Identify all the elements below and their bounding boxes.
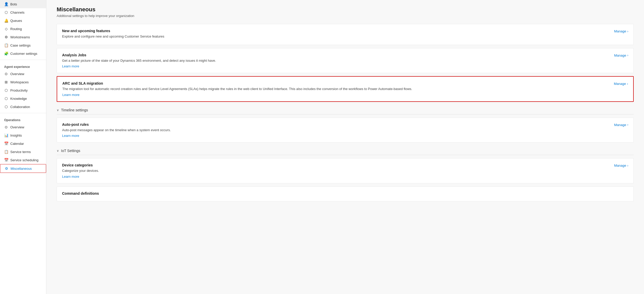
card-title-new-features: New and upcoming features [62, 29, 609, 33]
sidebar-item-customer-settings[interactable]: 🧩 Customer settings [0, 49, 46, 58]
manage-label-arc-sla: Manage [614, 82, 626, 86]
sidebar-item-calendar[interactable]: 📅 Calendar [0, 139, 46, 148]
card-desc-arc-sla: The migration tool for automatic record … [62, 86, 609, 92]
sidebar-item-bots[interactable]: 👤 Bots [0, 0, 46, 8]
section-divider-iot-settings [57, 155, 634, 155]
card-analysis-jobs: Analysis Jobs Get a better picture of th… [57, 48, 634, 73]
card-desc-analysis-jobs: Get a better picture of the state of you… [62, 58, 609, 63]
sidebar-divider-1 [0, 60, 46, 60]
sidebar-label-bots: Bots [10, 2, 17, 6]
sidebar-label-miscellaneous: Miscellaneous [11, 167, 32, 171]
card-link-device-categories[interactable]: Learn more [62, 175, 79, 179]
sidebar-icon-miscellaneous: ⚙ [4, 166, 9, 171]
sidebar-item-miscellaneous[interactable]: ⚙ Miscellaneous [0, 164, 46, 173]
section-header-iot-settings[interactable]: ∨ IoT Settings [57, 146, 634, 155]
sidebar-label-queues: Queues [10, 19, 22, 23]
sidebar-label-calendar: Calendar [10, 142, 24, 146]
card-desc-device-categories: Categorize your devices. [62, 168, 609, 173]
card-link-analysis-jobs[interactable]: Learn more [62, 64, 79, 68]
sidebar-item-queues[interactable]: 🔔 Queues [0, 16, 46, 25]
section-header-timeline-settings[interactable]: ∨ Timeline settings [57, 105, 634, 114]
sidebar-label-productivity: Productivity [10, 88, 28, 92]
sidebar-item-collaboration[interactable]: ⬡ Collaboration [0, 103, 46, 111]
sidebar-label-case-settings: Case settings [10, 43, 31, 47]
sidebar-icon-productivity: ⬡ [4, 88, 8, 92]
sidebar-item-routing[interactable]: ◇ Routing [0, 25, 46, 33]
sidebar-label-service-terms: Service terms [10, 150, 31, 154]
manage-btn-arc-sla[interactable]: Manage › [614, 82, 628, 86]
card-content-arc-sla: ARC and SLA migration The migration tool… [62, 81, 609, 97]
sidebar-icon-insights: 📊 [4, 133, 8, 137]
card-auto-post-rules: Auto-post rules Auto-post messages appea… [57, 118, 634, 143]
manage-btn-new-features[interactable]: Manage › [614, 29, 628, 33]
sidebar-label-workstreams: Workstreams [10, 35, 30, 39]
manage-label-device-categories: Manage [614, 164, 626, 167]
sidebar-item-workstreams[interactable]: ⚙ Workstreams [0, 33, 46, 41]
chevron-down-icon: ∨ [57, 108, 59, 112]
sidebar-item-insights[interactable]: 📊 Insights [0, 131, 46, 139]
sidebar-label-workspaces: Workspaces [10, 80, 29, 84]
chevron-down-icon: ∨ [57, 149, 59, 153]
sidebar-icon-customer-settings: 🧩 [4, 51, 8, 56]
card-content-command-definitions: Command definitions [62, 191, 628, 197]
manage-label-analysis-jobs: Manage [614, 54, 626, 57]
manage-btn-analysis-jobs[interactable]: Manage › [614, 54, 628, 57]
section-label-timeline-settings: Timeline settings [61, 108, 88, 112]
sidebar-label-channels: Channels [10, 11, 24, 14]
sidebar-icon-workspaces: ⊞ [4, 80, 8, 84]
sidebar-icon-knowledge: ⬡ [4, 96, 8, 101]
sidebar-label-customer-settings: Customer settings [10, 52, 37, 56]
sidebar-item-productivity[interactable]: ⬡ Productivity [0, 86, 46, 94]
sidebar: 👤 Bots ⬡ Channels 🔔 Queues ◇ Routing ⚙ W… [0, 0, 46, 294]
card-title-device-categories: Device categories [62, 163, 609, 167]
sidebar-icon-workstreams: ⚙ [4, 35, 8, 39]
sidebar-item-channels[interactable]: ⬡ Channels [0, 8, 46, 16]
sidebar-item-service-scheduling[interactable]: 📅 Service scheduling [0, 156, 46, 164]
sidebar-item-service-terms[interactable]: 📋 Service terms [0, 148, 46, 156]
card-content-new-features: New and upcoming features Explore and co… [62, 29, 609, 40]
sidebar-icon-calendar: 📅 [4, 141, 8, 146]
chevron-right-icon: › [627, 123, 628, 127]
manage-label-auto-post-rules: Manage [614, 123, 626, 127]
chevron-right-icon: › [627, 164, 628, 167]
page-subtitle: Additional settings to help improve your… [57, 14, 634, 18]
card-link-arc-sla[interactable]: Learn more [62, 93, 79, 97]
agent-experience-header: Agent experience [0, 62, 46, 70]
card-desc-auto-post-rules: Auto-post messages appear on the timelin… [62, 128, 609, 133]
sidebar-divider-2 [0, 113, 46, 113]
sidebar-icon-collaboration: ⬡ [4, 105, 8, 109]
sidebar-label-routing: Routing [10, 27, 22, 31]
sidebar-item-overview-agent[interactable]: ⊙ Overview [0, 70, 46, 78]
sidebar-icon-channels: ⬡ [4, 10, 8, 14]
sidebar-label-collaboration: Collaboration [10, 105, 30, 109]
sidebar-item-workspaces[interactable]: ⊞ Workspaces [0, 78, 46, 86]
sidebar-item-knowledge[interactable]: ⬡ Knowledge [0, 94, 46, 103]
card-desc-new-features: Explore and configure new and upcoming C… [62, 34, 609, 39]
sidebar-icon-service-scheduling: 📅 [4, 158, 8, 162]
sidebar-label-overview-ops: Overview [10, 125, 24, 129]
sidebar-icon-overview-agent: ⊙ [4, 72, 8, 76]
card-content-device-categories: Device categories Categorize your device… [62, 163, 609, 179]
card-title-command-definitions: Command definitions [62, 191, 628, 195]
card-arc-sla: ARC and SLA migration The migration tool… [57, 76, 634, 102]
sidebar-label-insights: Insights [10, 133, 22, 137]
card-title-analysis-jobs: Analysis Jobs [62, 53, 609, 57]
sidebar-icon-queues: 🔔 [4, 19, 8, 23]
card-content-auto-post-rules: Auto-post rules Auto-post messages appea… [62, 122, 609, 138]
manage-btn-device-categories[interactable]: Manage › [614, 164, 628, 167]
manage-btn-auto-post-rules[interactable]: Manage › [614, 123, 628, 127]
sidebar-item-overview-ops[interactable]: ⊙ Overview [0, 123, 46, 131]
sidebar-label-service-scheduling: Service scheduling [10, 158, 38, 162]
sidebar-item-case-settings[interactable]: 📋 Case settings [0, 41, 46, 49]
chevron-right-icon: › [627, 54, 628, 57]
card-link-auto-post-rules[interactable]: Learn more [62, 134, 79, 138]
card-content-analysis-jobs: Analysis Jobs Get a better picture of th… [62, 53, 609, 68]
page-title: Miscellaneous [57, 6, 634, 13]
card-command-definitions: Command definitions [57, 186, 634, 201]
sidebar-icon-service-terms: 📋 [4, 150, 8, 154]
card-new-features: New and upcoming features Explore and co… [57, 24, 634, 45]
card-title-auto-post-rules: Auto-post rules [62, 122, 609, 127]
sidebar-icon-case-settings: 📋 [4, 43, 8, 47]
manage-label-new-features: Manage [614, 29, 626, 33]
sidebar-label-overview-agent: Overview [10, 72, 24, 76]
